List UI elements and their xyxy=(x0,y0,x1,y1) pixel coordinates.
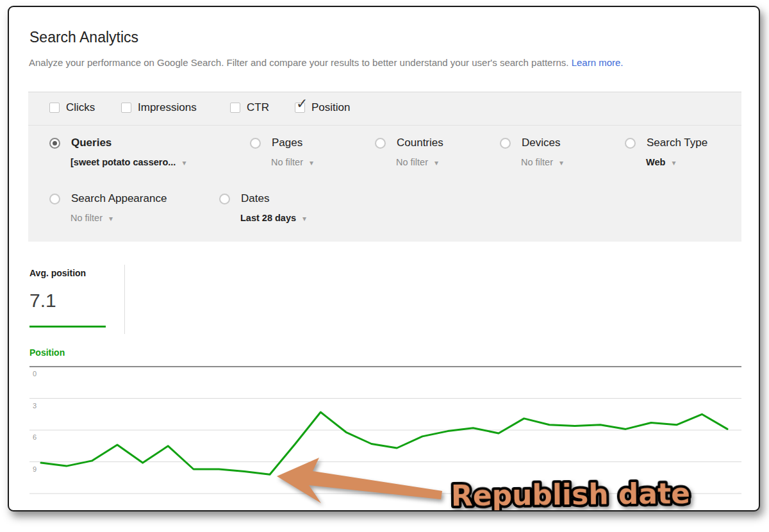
y-tick-label-9: 9 xyxy=(33,465,37,473)
screenshot-frame: Search Analytics Analyze your performanc… xyxy=(8,6,760,511)
republish-arrow-icon xyxy=(277,458,442,503)
chart-gridlines: 0369 xyxy=(29,367,741,494)
republish-date-annotation: Republish date xyxy=(451,477,691,511)
y-tick-label-6: 6 xyxy=(33,433,37,441)
position-chart: 0369 Republish date xyxy=(9,7,760,511)
y-tick-label-0: 0 xyxy=(33,370,37,378)
position-line-series[interactable] xyxy=(41,412,727,474)
y-tick-label-3: 3 xyxy=(33,402,37,410)
annotation-layer: Republish date xyxy=(277,458,690,511)
